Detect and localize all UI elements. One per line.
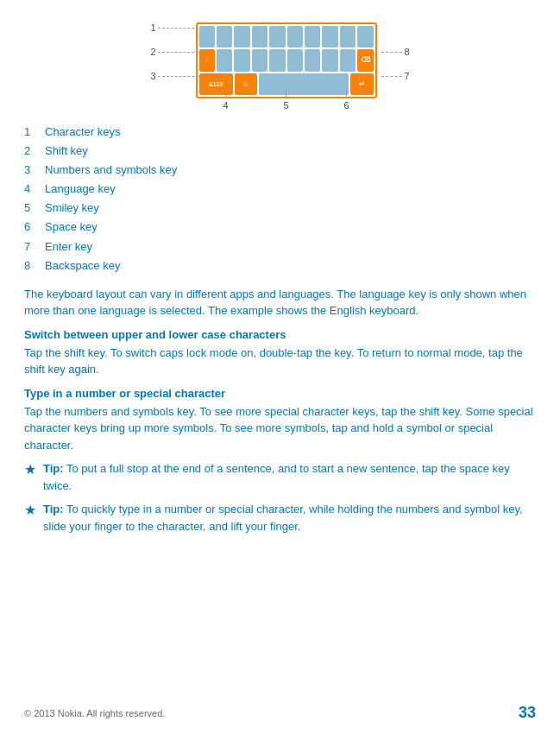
list-num: 5 xyxy=(24,199,36,218)
list-item: 6 Space key xyxy=(24,218,536,237)
char-key xyxy=(322,26,337,47)
numbered-list: 1 Character keys 2 Shift key 3 Numbers a… xyxy=(24,123,536,275)
tip-1: ★ Tip: To put a full stop at the end of … xyxy=(24,460,536,494)
char-key xyxy=(287,26,303,47)
char-key xyxy=(340,49,356,71)
list-label: Numbers and symbols key xyxy=(45,161,177,180)
char-key xyxy=(305,49,320,71)
char-key xyxy=(322,49,337,71)
keyboard-row-2: ↑ ⌫ xyxy=(199,49,374,71)
section-1-body: Tap the shift key. To switch caps lock m… xyxy=(24,345,536,378)
list-item: 8 Backspace key xyxy=(24,256,536,275)
label-6: 6 xyxy=(343,100,349,111)
tip-2-text: Tip: To quickly type in a number or spec… xyxy=(43,501,536,535)
label-5: 5 xyxy=(283,100,288,111)
char-key xyxy=(217,49,232,71)
list-label: Language key xyxy=(45,180,116,199)
list-num: 2 xyxy=(24,142,36,161)
tip-star-icon: ★ xyxy=(24,502,36,518)
list-item: 4 Language key xyxy=(24,180,536,199)
label-7: 7 xyxy=(381,71,409,81)
section-2-title: Type in a number or special character xyxy=(24,387,536,400)
keyboard-row-1 xyxy=(199,26,374,47)
label-5-group: 5 xyxy=(283,90,288,111)
label-4: 4 xyxy=(223,100,228,111)
label-3: 3 xyxy=(151,71,203,81)
list-label: Smiley key xyxy=(45,199,99,218)
list-num: 6 xyxy=(24,218,36,237)
list-label: Backspace key xyxy=(45,256,120,275)
char-key xyxy=(199,26,215,47)
char-key xyxy=(269,26,285,47)
label-2: 2 xyxy=(151,47,203,57)
list-item: 5 Smiley key xyxy=(24,199,536,218)
shift-key: ↑ xyxy=(199,49,215,71)
list-num: 3 xyxy=(24,161,36,180)
char-key xyxy=(252,26,267,47)
char-key xyxy=(340,26,356,47)
list-label: Enter key xyxy=(45,237,92,256)
bottom-labels: 4 5 6 xyxy=(196,90,377,111)
list-num: 4 xyxy=(24,180,36,199)
label-8: 8 xyxy=(381,47,409,57)
list-item: 1 Character keys xyxy=(24,123,536,142)
list-num: 7 xyxy=(24,237,36,256)
list-item: 3 Numbers and symbols key xyxy=(24,161,536,180)
list-item: 2 Shift key xyxy=(24,142,536,161)
list-num: 8 xyxy=(24,256,36,275)
tip-star-icon: ★ xyxy=(24,461,36,478)
char-key xyxy=(287,49,303,71)
keyboard-diagram: 1 2 3 xyxy=(151,16,410,111)
backspace-key: ⌫ xyxy=(357,49,373,71)
list-label: Shift key xyxy=(45,142,88,161)
char-key xyxy=(305,26,320,47)
label-1: 1 xyxy=(151,22,203,33)
list-label: Space key xyxy=(45,218,98,237)
char-key xyxy=(217,26,232,47)
tip-2: ★ Tip: To quickly type in a number or sp… xyxy=(24,501,536,535)
label-4-group: 4 xyxy=(223,90,228,111)
char-key xyxy=(252,49,267,71)
section-1: Switch between upper and lower case char… xyxy=(24,328,536,378)
description-paragraph: The keyboard layout can vary in differen… xyxy=(24,286,536,320)
content-area: 1 Character keys 2 Shift key 3 Numbers a… xyxy=(0,119,560,559)
section-1-title: Switch between upper and lower case char… xyxy=(24,328,536,341)
char-key xyxy=(234,26,249,47)
tip-1-text: Tip: To put a full stop at the end of a … xyxy=(43,460,536,494)
section-2: Type in a number or special character Ta… xyxy=(24,387,536,454)
char-key xyxy=(269,49,285,71)
section-2-body: Tap the numbers and symbols key. To see … xyxy=(24,403,536,454)
list-item: 7 Enter key xyxy=(24,237,536,256)
list-num: 1 xyxy=(24,123,36,142)
list-label: Character keys xyxy=(45,123,120,142)
footer-copyright: © 2013 Nokia. All rights reserved. xyxy=(24,708,165,718)
footer-page-number: 33 xyxy=(519,704,536,722)
keyboard-diagram-section: 1 2 3 xyxy=(0,0,560,119)
char-key xyxy=(234,49,249,71)
keyboard-grid: ↑ ⌫ &123 ☺ ↵ xyxy=(196,22,377,98)
label-6-group: 6 xyxy=(343,90,349,111)
char-key xyxy=(357,26,373,47)
footer: © 2013 Nokia. All rights reserved. 33 xyxy=(24,704,536,722)
